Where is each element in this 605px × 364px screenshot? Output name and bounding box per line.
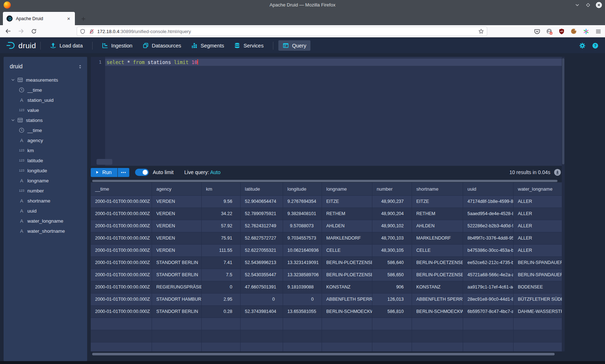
cell-water-longname[interactable]: BÜTZFLETHER SÜDERELBE (514, 294, 562, 305)
cell-longname[interactable]: EITZE (322, 196, 372, 208)
cell-uuid[interactable]: 28ec91e8-90c0-44d1-8f0 (463, 294, 514, 305)
cell-latitude[interactable]: 52.7624312749 (241, 220, 283, 232)
cell-longitude[interactable]: 9.181039088 (283, 281, 322, 293)
page-scrollbar[interactable] (562, 57, 565, 351)
nav-item-query[interactable]: Query (278, 40, 311, 51)
cell-latitude[interactable]: 52.5430355447 (241, 269, 283, 281)
cell---time[interactable]: 2000-01-01T00:00:00.000Z (91, 232, 152, 244)
forward-button[interactable] (16, 26, 26, 36)
cell-agency[interactable]: STANDORT BERLIN (152, 269, 202, 281)
nav-item-services[interactable]: Services (230, 40, 268, 51)
cell-shortname[interactable]: AHLDEN (412, 220, 463, 232)
cell-agency[interactable]: STANDORT BERLIN (152, 257, 202, 269)
cell-km[interactable]: 111.55 (202, 245, 241, 256)
cell-km[interactable]: 2.95 (202, 294, 241, 305)
cell-agency[interactable]: VERDEN (152, 232, 202, 244)
nav-item-segments[interactable]: Segments (187, 40, 228, 51)
cell---time[interactable]: 2000-01-01T00:00:00.000Z (91, 294, 152, 305)
table-row[interactable]: 2000-01-01T00:00:00.000ZSTANDORT HAMBURG… (91, 294, 562, 306)
cell-longitude[interactable]: 13.3238589706 (283, 269, 322, 281)
cell-number[interactable]: 48,700,103 (372, 232, 412, 244)
cell-longitude[interactable]: 9.3828408101 (283, 208, 322, 220)
reload-button[interactable] (29, 26, 39, 36)
cookie-icon[interactable] (570, 28, 577, 35)
cell-km[interactable]: 7.5 (202, 269, 241, 281)
cell-water-longname[interactable]: ALLER (514, 196, 562, 208)
cell-shortname[interactable]: BERLIN-SCHMOECKWITZ (412, 306, 463, 318)
pocket-icon[interactable] (534, 28, 540, 35)
cell-shortname[interactable]: RETHEM (412, 208, 463, 220)
window-maximize-icon[interactable] (585, 2, 591, 8)
cell-longname[interactable]: ABBENFLETH SPERRWERK AP (322, 294, 372, 305)
nav-item-datasources[interactable]: Datasources (138, 40, 185, 51)
cell-km[interactable]: 75.91 (202, 232, 241, 244)
cell-shortname[interactable]: BERLIN-PLOETZENSEE OP (412, 257, 463, 269)
column-header-water-longname[interactable]: water_longname (514, 182, 562, 195)
column-header-latitude[interactable]: latitude (241, 182, 283, 195)
nav-item-ingestion[interactable]: Ingestion (98, 40, 137, 51)
table-row[interactable]: 2000-01-01T00:00:00.000ZVERDEN111.5552.6… (91, 245, 562, 257)
cell-latitude[interactable]: 52.6827572727 (241, 232, 283, 244)
cell-water-longname[interactable]: ALLER (514, 245, 562, 256)
schema-column-km[interactable]: 123km (4, 145, 87, 155)
cell-km[interactable]: 0 (202, 281, 241, 293)
cell-shortname[interactable]: ABBENFLETH SPERRWERK AP (412, 294, 463, 305)
cell-water-longname[interactable]: DAHME-WASSERSTRASSE (514, 306, 562, 318)
schema-column-uuid[interactable]: Auuid (4, 206, 87, 216)
column-header-shortname[interactable]: shortname (412, 182, 463, 195)
tab-apache-druid[interactable]: Apache Druid × (3, 12, 75, 25)
profile-extension-icon[interactable] (546, 28, 552, 35)
schema-column---time[interactable]: __time (4, 85, 87, 95)
table-row[interactable]: 2000-01-01T00:00:00.000ZSTANDORT BERLIN7… (91, 257, 562, 269)
schema-column-longname[interactable]: Alongname (4, 176, 87, 186)
cell-shortname[interactable]: EITZE (412, 196, 463, 208)
cell-uuid[interactable]: 8b4f9f7c-3376-4dd8-95c (463, 232, 514, 244)
cell-latitude[interactable]: 47.6607501391 (241, 281, 283, 293)
run-button[interactable]: Run (91, 168, 117, 177)
cell-number[interactable]: 126,013 (372, 294, 412, 305)
cell---time[interactable]: 2000-01-01T00:00:00.000Z (91, 306, 152, 318)
sort-caret-icon[interactable] (77, 64, 83, 69)
cell-longitude[interactable]: 9.57088073 (283, 220, 322, 232)
cell-number[interactable]: 586,810 (372, 306, 412, 318)
cell-agency[interactable]: STANDORT BERLIN (152, 306, 202, 318)
chevron-down-icon[interactable] (11, 118, 15, 122)
cell-km[interactable]: 57.92 (202, 220, 241, 232)
table-scrollbar-top[interactable] (91, 179, 565, 182)
new-tab-button[interactable] (79, 14, 88, 23)
column-header-uuid[interactable]: uuid (463, 182, 514, 195)
schema-column-water-longname[interactable]: Awater_longname (4, 216, 87, 226)
schema-table-measurements[interactable]: measurements (4, 75, 87, 85)
table-row[interactable]: 2000-01-01T00:00:00.000ZSTANDORT BERLIN0… (91, 306, 562, 318)
cell-latitude[interactable]: 0 (241, 294, 283, 305)
extension-asterisk-icon[interactable] (583, 28, 589, 35)
cell-shortname[interactable]: MARKLENDORF (412, 232, 463, 244)
cell-latitude[interactable]: 52.5436996213 (241, 257, 283, 269)
cell-agency[interactable]: VERDEN (152, 196, 202, 208)
window-minimize-icon[interactable] (574, 2, 581, 8)
cell-longitude[interactable]: 13.653581055 (283, 306, 322, 318)
cell-water-longname[interactable]: BODENSEE (514, 281, 562, 293)
cell---time[interactable]: 2000-01-01T00:00:00.000Z (91, 281, 152, 293)
cell-uuid[interactable]: 6b595707-8c47-4bc7-a8 (463, 306, 514, 318)
cell---time[interactable]: 2000-01-01T00:00:00.000Z (91, 257, 152, 269)
cell-shortname[interactable]: CELLE (412, 245, 463, 256)
schema-table-stations[interactable]: stations (4, 115, 87, 125)
cell-water-longname[interactable]: BERLIN-SPANDAUER-SCHIFFAHRTSKANAL (514, 257, 562, 269)
window-close-icon[interactable] (596, 2, 602, 8)
scrollbar-thumb[interactable] (92, 353, 555, 355)
cell-km[interactable]: 34.22 (202, 208, 241, 220)
tracking-shield-icon[interactable] (80, 29, 85, 34)
url-bar[interactable]: 172.18.0.4:30899/unified-console.html#qu… (77, 27, 487, 36)
table-row[interactable]: 2000-01-01T00:00:00.000ZVERDEN9.5652.904… (91, 196, 562, 208)
schema-column---time[interactable]: __time (4, 125, 87, 135)
bookmark-star-icon[interactable] (478, 28, 484, 34)
column-header-number[interactable]: number (372, 182, 412, 195)
download-icon[interactable] (554, 169, 561, 176)
cell-uuid[interactable]: aa9179c1-17ef-4c61-a48 (463, 281, 514, 293)
cell-longitude[interactable]: 9.2767694354 (283, 196, 322, 208)
cell---time[interactable]: 2000-01-01T00:00:00.000Z (91, 208, 152, 220)
auto-limit-toggle[interactable] (135, 169, 149, 176)
schema-column-agency[interactable]: Aagency (4, 135, 87, 145)
column-header-km[interactable]: km (202, 182, 241, 195)
